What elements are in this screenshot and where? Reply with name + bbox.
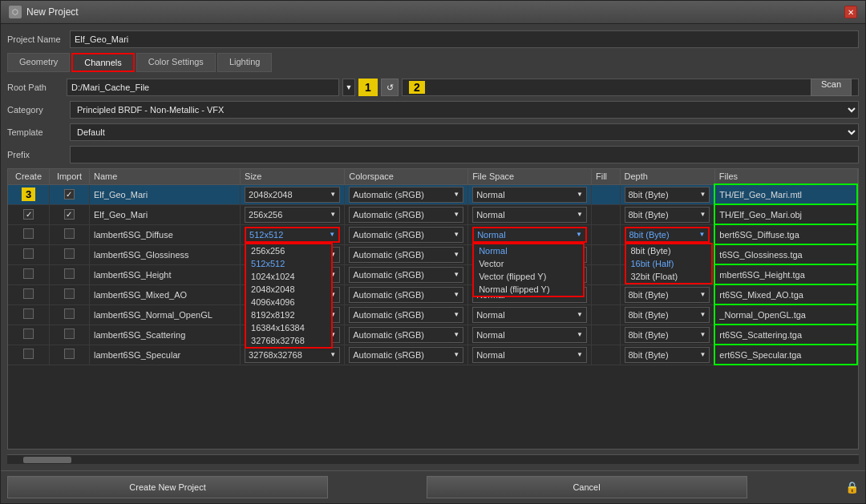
name-cell: lambert6SG_Mixed_AO: [89, 284, 240, 304]
dialog-content: Project Name Geometry Channels Color Set…: [1, 24, 865, 470]
scan-button[interactable]: Scan: [811, 79, 852, 96]
import-checkbox[interactable]: [64, 349, 75, 359]
colorspace-select[interactable]: Automatic (sRGB)▼: [349, 307, 463, 323]
import-checkbox[interactable]: [64, 209, 75, 220]
files-cell: mbert6SG_Height.tga: [714, 264, 857, 284]
files-cell: t6SG_Glossiness.tga: [714, 244, 857, 264]
col-header-import: Import: [50, 169, 90, 184]
size-option[interactable]: 2048x2048: [246, 283, 331, 296]
import-checkbox[interactable]: [64, 268, 75, 279]
colorspace-cell: Automatic (sRGB)▼: [345, 264, 468, 284]
filespace-cell: Normal▼: [468, 184, 592, 204]
prefix-row: Prefix: [7, 146, 859, 163]
root-path-label: Root Path: [7, 83, 63, 92]
colorspace-select[interactable]: Automatic (sRGB)▼: [349, 227, 463, 243]
filespace-option[interactable]: Vector: [474, 257, 583, 270]
filespace-select[interactable]: Normal▼: [472, 307, 587, 323]
size-option[interactable]: 8192x8192: [246, 308, 331, 321]
lock-icon: 🔒: [845, 481, 859, 494]
colorspace-select[interactable]: Automatic (sRGB)▼: [349, 187, 463, 203]
import-checkbox[interactable]: [64, 248, 75, 259]
fill-cell: [592, 264, 621, 284]
create-checkbox[interactable]: [23, 329, 34, 339]
depth-select[interactable]: 8bit (Byte)▼: [625, 287, 710, 303]
filespace-select[interactable]: Normal▼: [472, 327, 587, 343]
import-checkbox[interactable]: [64, 288, 75, 299]
colorspace-select[interactable]: Automatic (sRGB)▼: [349, 247, 463, 263]
close-button[interactable]: ✕: [844, 6, 857, 18]
tab-lighting[interactable]: Lighting: [217, 53, 273, 72]
create-checkbox[interactable]: [23, 268, 34, 279]
cancel-button[interactable]: Cancel: [427, 476, 747, 498]
badge-3: 3: [22, 187, 35, 201]
depth-cell: 8bit (Byte)▼: [620, 325, 714, 345]
depth-select[interactable]: 8bit (Byte)▼: [625, 327, 710, 343]
table-row: lambert6SG_Normal_OpenGL8192x8192▼Automa…: [8, 304, 857, 325]
import-checkbox[interactable]: [64, 189, 75, 200]
size-select[interactable]: 256x256▼: [245, 207, 340, 223]
import-checkbox[interactable]: [64, 228, 75, 239]
depth-option[interactable]: 16bit (Half): [626, 257, 711, 270]
depth-select[interactable]: 8bit (Byte)▼: [625, 347, 710, 363]
colorspace-select[interactable]: Automatic (sRGB)▼: [349, 267, 463, 283]
name-cell: lambert6SG_Glossiness: [89, 244, 240, 264]
colorspace-cell: Automatic (sRGB)▼: [345, 204, 468, 224]
filespace-select[interactable]: Normal▼: [472, 227, 587, 243]
depth-select[interactable]: 8bit (Byte)▼: [625, 307, 710, 323]
path-dropdown-arrow[interactable]: ▼: [342, 79, 355, 96]
depth-cell: 8bit (Byte)▼8bit (Byte)16bit (Half)32bit…: [620, 224, 714, 244]
category-select[interactable]: Principled BRDF - Non-Metallic - VFX: [70, 101, 859, 119]
size-option[interactable]: 32768x32768: [246, 334, 331, 347]
refresh-icon[interactable]: ↺: [381, 79, 399, 96]
prefix-input[interactable]: [70, 146, 859, 163]
colorspace-select[interactable]: Automatic (sRGB)▼: [349, 327, 463, 343]
filespace-select[interactable]: Normal▼: [472, 347, 587, 363]
colorspace-cell: Automatic (sRGB)▼: [345, 184, 468, 204]
size-select[interactable]: 32768x32768▼: [245, 347, 340, 363]
depth-option[interactable]: 32bit (Float): [626, 270, 711, 283]
tab-channels[interactable]: Channels: [71, 53, 134, 72]
size-option[interactable]: 256x256: [246, 244, 331, 257]
fill-cell: [592, 304, 621, 325]
colorspace-select[interactable]: Automatic (sRGB)▼: [349, 287, 463, 303]
filespace-option[interactable]: Normal (flipped Y): [474, 283, 583, 296]
size-option[interactable]: 1024x1024: [246, 270, 331, 283]
create-checkbox[interactable]: [23, 228, 34, 239]
channels-table-container[interactable]: Create Import Name Size Colorspace File …: [7, 168, 859, 450]
template-select[interactable]: Default: [70, 123, 859, 141]
depth-option[interactable]: 8bit (Byte): [626, 244, 711, 257]
size-option[interactable]: 16384x16384: [246, 321, 331, 334]
create-checkbox[interactable]: [23, 308, 34, 319]
depth-select[interactable]: 8bit (Byte)▼: [625, 227, 710, 243]
root-path-input[interactable]: [67, 79, 339, 96]
size-option[interactable]: 4096x4096: [246, 296, 331, 308]
tab-color-settings[interactable]: Color Settings: [136, 53, 216, 72]
filespace-select[interactable]: Normal▼: [472, 207, 587, 223]
name-cell: Elf_Geo_Mari: [89, 204, 240, 224]
size-select[interactable]: 2048x2048▼: [245, 187, 340, 203]
tab-geometry[interactable]: Geometry: [7, 53, 70, 72]
create-checkbox[interactable]: [23, 209, 34, 220]
create-checkbox[interactable]: [23, 248, 34, 259]
create-checkbox[interactable]: [23, 349, 34, 359]
project-name-input[interactable]: [70, 30, 859, 48]
colorspace-select[interactable]: Automatic (sRGB)▼: [349, 347, 463, 363]
filespace-option[interactable]: Vector (flipped Y): [474, 270, 583, 283]
size-select[interactable]: 512x512▼: [245, 227, 340, 243]
filespace-select[interactable]: Normal▼: [472, 187, 587, 203]
depth-select[interactable]: 8bit (Byte)▼: [625, 207, 710, 223]
create-new-project-button[interactable]: Create New Project: [7, 476, 328, 498]
files-cell: bert6SG_Diffuse.tga: [714, 224, 857, 244]
import-checkbox[interactable]: [64, 308, 75, 319]
create-checkbox[interactable]: [23, 288, 34, 299]
size-option[interactable]: 512x512: [246, 257, 331, 270]
col-header-colorspace: Colorspace: [345, 169, 468, 184]
fill-cell: [592, 204, 621, 224]
col-header-filespace: File Space: [468, 169, 592, 184]
colorspace-select[interactable]: Automatic (sRGB)▼: [349, 207, 463, 223]
filespace-option[interactable]: Normal: [474, 244, 583, 257]
name-cell: lambert6SG_Height: [89, 264, 240, 284]
import-checkbox[interactable]: [64, 329, 75, 339]
depth-select[interactable]: 8bit (Byte)▼: [625, 187, 710, 203]
horizontal-scrollbar[interactable]: [7, 454, 859, 464]
